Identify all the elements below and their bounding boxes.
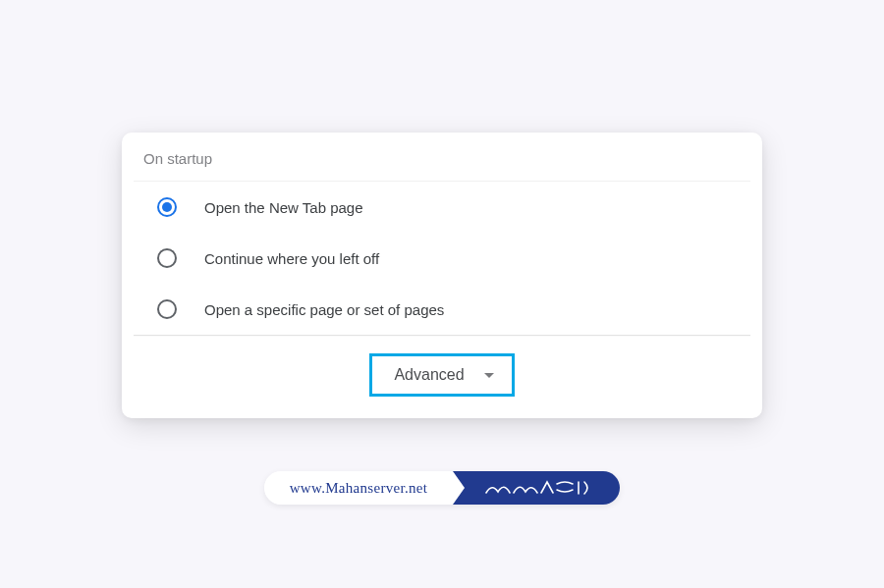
startup-option-new-tab[interactable]: Open the New Tab page [134, 182, 750, 233]
advanced-button[interactable]: Advanced [369, 353, 514, 397]
radio-icon [157, 299, 177, 319]
radio-icon [157, 248, 177, 268]
radio-dot-icon [162, 202, 172, 212]
caret-down-icon [484, 373, 494, 378]
option-label: Open the New Tab page [204, 199, 363, 216]
radio-icon [157, 197, 177, 217]
footer-url[interactable]: www.Mahanserver.net [264, 471, 454, 505]
brand-logo-icon [484, 478, 592, 498]
section-title: On startup [122, 150, 762, 181]
advanced-label: Advanced [394, 366, 464, 384]
startup-option-specific-page[interactable]: Open a specific page or set of pages [134, 284, 750, 335]
startup-options-list: Open the New Tab page Continue where you… [134, 181, 750, 336]
settings-card: On startup Open the New Tab page Continu… [122, 133, 762, 418]
footer-logo [453, 471, 620, 505]
footer-badge: www.Mahanserver.net [264, 471, 621, 505]
option-label: Open a specific page or set of pages [204, 301, 444, 318]
option-label: Continue where you left off [204, 250, 379, 267]
advanced-section: Advanced [122, 353, 762, 397]
startup-option-continue[interactable]: Continue where you left off [134, 233, 750, 284]
